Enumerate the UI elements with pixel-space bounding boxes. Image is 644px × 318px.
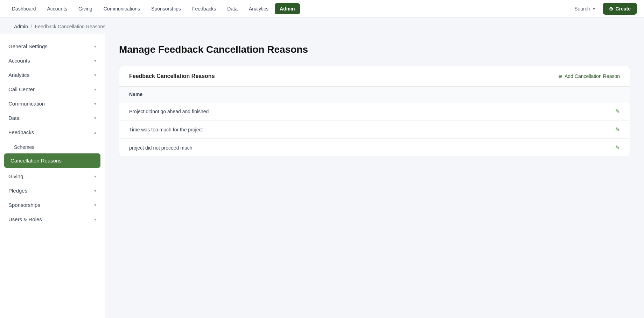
add-icon: ⊕ xyxy=(558,73,562,79)
feedbacks-sub-menu: Schemes Cancellation Reasons xyxy=(0,139,105,169)
sidebar-item-communication[interactable]: Communication ▾ xyxy=(0,96,105,111)
table-row: Time was too much for the project ✎ xyxy=(119,121,630,139)
sidebar: General Settings ▾ Accounts ▾ Analytics … xyxy=(0,34,105,318)
sidebar-label-data: Data xyxy=(8,115,20,121)
breadcrumb: Admin / Feedback Cancellation Reasons xyxy=(0,17,644,34)
table-header-name: Name xyxy=(119,87,606,102)
top-navigation: Dashboard Accounts Giving Communications… xyxy=(0,0,644,17)
sidebar-subitem-cancellation-reasons[interactable]: Cancellation Reasons xyxy=(4,153,100,168)
cancellation-reasons-card: Feedback Cancellation Reasons ⊕ Add Canc… xyxy=(119,66,630,157)
search-label: Search xyxy=(574,6,590,12)
chevron-down-icon: ▾ xyxy=(94,174,96,179)
sidebar-label-analytics: Analytics xyxy=(8,72,29,78)
sidebar-item-giving[interactable]: Giving ▾ xyxy=(0,169,105,183)
sidebar-label-sponsorships: Sponsorships xyxy=(8,202,40,208)
nav-giving[interactable]: Giving xyxy=(74,3,97,14)
sidebar-label-feedbacks: Feedbacks xyxy=(8,129,34,135)
row-actions[interactable]: ✎ xyxy=(606,121,630,139)
sidebar-label-accounts: Accounts xyxy=(8,58,30,64)
main-content: Manage Feedback Cancellation Reasons Fee… xyxy=(105,34,644,318)
row-name: Time was too much for the project xyxy=(119,121,606,139)
sidebar-label-communication: Communication xyxy=(8,101,45,107)
breadcrumb-current: Feedback Cancellation Reasons xyxy=(35,24,106,29)
chevron-down-icon: ▾ xyxy=(94,101,96,106)
nav-analytics[interactable]: Analytics xyxy=(244,3,273,14)
nav-accounts[interactable]: Accounts xyxy=(42,3,72,14)
search-area[interactable]: Search ▼ xyxy=(574,6,596,12)
sidebar-label-giving: Giving xyxy=(8,173,23,179)
sidebar-item-analytics[interactable]: Analytics ▾ xyxy=(0,68,105,82)
sidebar-label-general-settings: General Settings xyxy=(8,43,48,49)
chevron-down-icon: ▾ xyxy=(94,44,96,49)
cancellation-reasons-table: Name Project didnot go ahead and finishe… xyxy=(119,87,630,157)
chevron-down-icon: ▾ xyxy=(94,73,96,78)
sidebar-item-pledges[interactable]: Pledges ▾ xyxy=(0,183,105,198)
page-layout: General Settings ▾ Accounts ▾ Analytics … xyxy=(0,34,644,318)
sidebar-item-feedbacks[interactable]: Feedbacks ▴ xyxy=(0,125,105,139)
add-cancellation-reason-button[interactable]: ⊕ Add Cancellation Reason xyxy=(558,73,620,79)
sidebar-item-general-settings[interactable]: General Settings ▾ xyxy=(0,39,105,53)
card-title: Feedback Cancellation Reasons xyxy=(129,73,215,79)
chevron-down-icon: ▾ xyxy=(94,87,96,92)
nav-feedbacks[interactable]: Feedbacks xyxy=(187,3,221,14)
sidebar-label-pledges: Pledges xyxy=(8,188,27,194)
table-header-actions xyxy=(606,87,630,102)
nav-sponsorships[interactable]: Sponsorships xyxy=(146,3,186,14)
create-button[interactable]: ⊕ Create xyxy=(603,3,637,15)
chevron-down-icon: ▾ xyxy=(94,203,96,208)
chevron-down-icon: ▾ xyxy=(94,188,96,193)
search-dropdown-icon: ▼ xyxy=(592,7,596,11)
edit-icon[interactable]: ✎ xyxy=(615,108,620,115)
sidebar-item-users-roles[interactable]: Users & Roles ▾ xyxy=(0,212,105,226)
sidebar-subitem-schemes[interactable]: Schemes xyxy=(0,141,105,153)
row-actions[interactable]: ✎ xyxy=(606,102,630,121)
breadcrumb-separator: / xyxy=(31,24,32,29)
chevron-up-icon: ▴ xyxy=(94,130,96,135)
chevron-down-icon: ▾ xyxy=(94,217,96,222)
sidebar-label-users-roles: Users & Roles xyxy=(8,216,42,222)
table-row: Project didnot go ahead and finished ✎ xyxy=(119,102,630,121)
nav-data[interactable]: Data xyxy=(222,3,243,14)
sidebar-item-sponsorships[interactable]: Sponsorships ▾ xyxy=(0,198,105,212)
create-label: Create xyxy=(615,6,631,12)
edit-icon[interactable]: ✎ xyxy=(615,126,620,133)
create-plus-icon: ⊕ xyxy=(609,6,613,12)
nav-communications[interactable]: Communications xyxy=(99,3,145,14)
add-btn-label: Add Cancellation Reason xyxy=(565,73,620,79)
edit-icon[interactable]: ✎ xyxy=(615,144,620,151)
row-actions[interactable]: ✎ xyxy=(606,139,630,157)
sidebar-label-cancellation-reasons: Cancellation Reasons xyxy=(10,158,62,164)
nav-dashboard[interactable]: Dashboard xyxy=(7,3,41,14)
sidebar-item-accounts[interactable]: Accounts ▾ xyxy=(0,53,105,68)
breadcrumb-root[interactable]: Admin xyxy=(14,24,28,29)
chevron-down-icon: ▾ xyxy=(94,58,96,63)
sidebar-item-call-center[interactable]: Call Center ▾ xyxy=(0,82,105,96)
row-name: project did not proceed much xyxy=(119,139,606,157)
sidebar-item-data[interactable]: Data ▾ xyxy=(0,111,105,125)
page-title: Manage Feedback Cancellation Reasons xyxy=(119,44,630,55)
nav-admin[interactable]: Admin xyxy=(275,3,300,14)
table-row: project did not proceed much ✎ xyxy=(119,139,630,157)
chevron-down-icon: ▾ xyxy=(94,116,96,121)
card-header: Feedback Cancellation Reasons ⊕ Add Canc… xyxy=(119,66,630,87)
row-name: Project didnot go ahead and finished xyxy=(119,102,606,121)
sidebar-label-call-center: Call Center xyxy=(8,86,35,92)
